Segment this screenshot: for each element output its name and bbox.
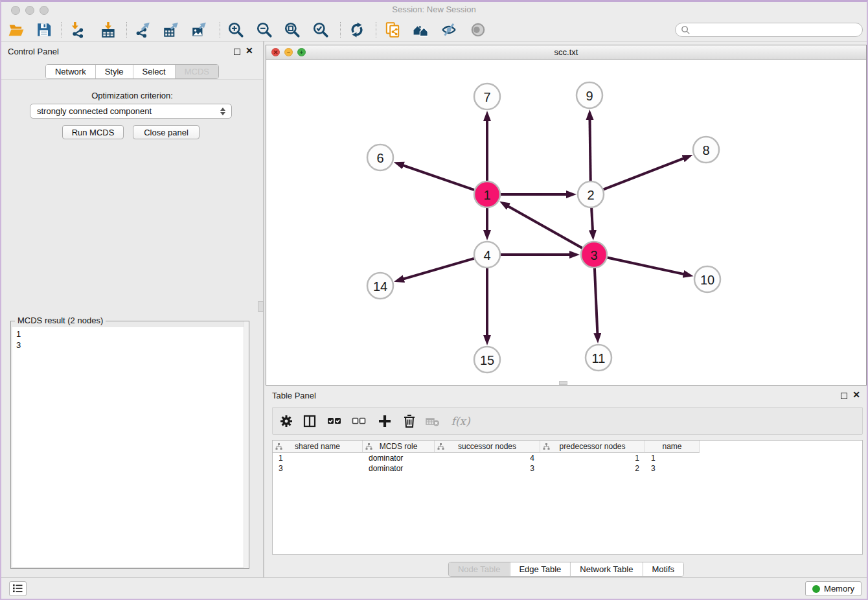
select-all-checkboxes-button[interactable] <box>326 413 343 430</box>
eye-slash-icon <box>440 21 457 38</box>
graph-edge-2-3[interactable] <box>591 208 593 231</box>
task-history-button[interactable] <box>9 581 27 596</box>
open-session-button[interactable] <box>7 21 25 39</box>
table-tab-network-table[interactable]: Network Table <box>570 562 642 576</box>
checked-boxes-icon <box>326 413 342 429</box>
zoom-in-button[interactable] <box>227 21 245 39</box>
tab-select[interactable]: Select <box>133 65 175 78</box>
export-image-button[interactable] <box>190 21 208 39</box>
graph-edge-4-14[interactable] <box>404 259 474 279</box>
zoom-fit-button[interactable] <box>283 21 301 39</box>
optimization-criterion-select[interactable]: strongly connected component <box>30 104 232 119</box>
close-table-panel-icon[interactable]: ✕ <box>852 389 860 400</box>
add-column-button[interactable] <box>376 413 393 430</box>
table-tab-edge-table[interactable]: Edge Table <box>509 562 570 576</box>
close-panel-button[interactable]: Close panel <box>133 125 200 139</box>
network-window: ✕ − + scc.txt 1234678910111415 <box>266 45 867 386</box>
float-panel-icon[interactable] <box>234 49 240 55</box>
table-row[interactable]: 1dominator411 <box>273 453 862 463</box>
float-table-panel-icon[interactable] <box>841 393 847 399</box>
panel-divider-handle[interactable] <box>258 301 264 312</box>
graph-edge-2-8[interactable] <box>604 158 684 189</box>
zoom-out-button[interactable] <box>255 21 273 39</box>
node-table[interactable]: shared nameMCDS rolesuccessor nodesprede… <box>272 440 863 555</box>
delete-column-button[interactable] <box>401 413 418 430</box>
list-icon <box>12 583 23 594</box>
table-settings-button[interactable] <box>278 413 295 430</box>
graph-edge-3-11[interactable] <box>595 268 597 334</box>
graph-edge-2-9[interactable] <box>589 119 590 181</box>
graph-edge-3-10[interactable] <box>608 257 684 274</box>
run-mcds-button[interactable]: Run MCDS <box>62 125 124 139</box>
mcds-result-title: MCDS result (2 nodes) <box>15 316 106 325</box>
cell-name: 1 <box>645 453 700 463</box>
toolbar-separator <box>340 22 341 38</box>
deselect-all-checkboxes-button[interactable] <box>350 413 367 430</box>
hierarchy-icon <box>437 443 444 450</box>
tab-network[interactable]: Network <box>46 65 95 78</box>
refresh-layout-button[interactable] <box>348 21 366 39</box>
control-panel: Control Panel ✕ NetworkStyleSelectMCDS O… <box>1 41 263 581</box>
result-scrollbar[interactable] <box>244 321 249 568</box>
column-layout-button[interactable] <box>301 413 318 430</box>
first-neighbors-button[interactable] <box>412 21 430 39</box>
function-builder-button[interactable]: f(x) <box>448 413 474 430</box>
zoom-selected-button[interactable] <box>312 21 330 39</box>
close-panel-icon[interactable]: ✕ <box>246 45 253 56</box>
graph-node-label: 7 <box>483 90 490 104</box>
column-header-mcds-role[interactable]: MCDS role <box>363 441 435 453</box>
delete-table-button[interactable] <box>424 413 441 430</box>
status-bar: Memory <box>1 577 867 599</box>
main-toolbar <box>1 19 867 41</box>
export-image-icon <box>190 21 207 38</box>
select-stepper-icon <box>220 106 226 117</box>
import-table-button[interactable] <box>99 21 117 39</box>
zoom-out-icon <box>256 21 273 38</box>
edge-label-mark <box>536 193 542 196</box>
horizontal-splitter-handle[interactable] <box>559 381 567 385</box>
unchecked-boxes-icon <box>351 413 367 429</box>
import-network-button[interactable] <box>68 21 86 39</box>
toolbar-separator <box>376 22 376 38</box>
tab-style[interactable]: Style <box>95 65 133 78</box>
graph-edge-3-1[interactable] <box>508 206 582 248</box>
mcds-result-textarea[interactable]: 13 <box>12 327 247 567</box>
clone-network-button[interactable] <box>383 21 402 39</box>
mcds-result-line: 3 <box>16 340 247 351</box>
mcds-panel: Optimization criterion: strongly connect… <box>1 79 263 581</box>
network-canvas[interactable]: 1234678910111415 <box>266 60 866 385</box>
graph-node-label: 2 <box>587 188 594 202</box>
tab-mcds[interactable]: MCDS <box>175 65 218 78</box>
column-header-shared-name[interactable]: shared name <box>273 441 363 453</box>
table-panel: Table Panel ✕ <box>266 387 867 579</box>
save-session-button[interactable] <box>35 21 53 39</box>
column-header-successor-nodes[interactable]: successor nodes <box>435 441 540 453</box>
network-window-titlebar: ✕ − + scc.txt <box>266 45 866 60</box>
fx-icon: f(x) <box>451 415 470 428</box>
table-tabs: Node TableEdge TableNetwork TableMotifs <box>448 562 684 577</box>
graph-node-label: 1 <box>483 188 490 202</box>
toolbar-separator <box>61 22 62 38</box>
export-table-button[interactable] <box>162 21 180 39</box>
memory-status-dot <box>812 585 820 593</box>
network-title: scc.txt <box>266 47 866 57</box>
table-row[interactable]: 3dominator323 <box>273 463 862 474</box>
hide-selected-button[interactable] <box>440 21 458 39</box>
graph-node-label: 9 <box>586 89 593 103</box>
optimization-criterion-label: Optimization criterion: <box>1 91 263 100</box>
column-header-name[interactable]: name <box>645 441 700 453</box>
window-title: Session: New Session <box>1 5 867 14</box>
graph-edge-1-6[interactable] <box>403 165 474 190</box>
search-input[interactable] <box>693 25 857 35</box>
memory-button[interactable]: Memory <box>805 581 862 596</box>
export-network-button[interactable] <box>133 21 152 39</box>
column-header-predecessor-nodes[interactable]: predecessor nodes <box>540 441 645 453</box>
table-tab-motifs[interactable]: Motifs <box>642 562 683 576</box>
table-tab-node-table[interactable]: Node Table <box>449 562 510 576</box>
memory-label: Memory <box>824 584 854 594</box>
show-all-button[interactable] <box>469 21 487 39</box>
column-header-label: predecessor nodes <box>559 442 625 451</box>
refresh-icon <box>348 21 365 38</box>
toolbar-separator <box>220 22 220 38</box>
graph-node-label: 14 <box>373 279 387 294</box>
